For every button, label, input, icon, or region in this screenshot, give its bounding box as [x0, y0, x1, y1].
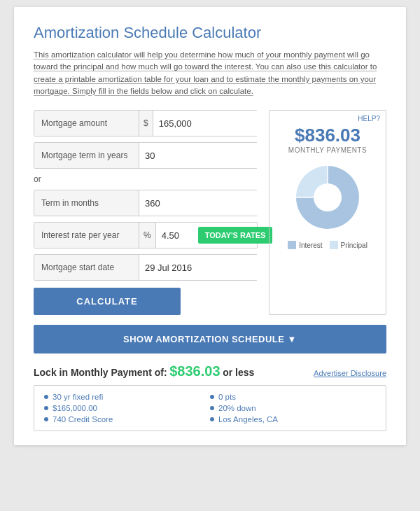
page-title: Amortization Schedule Calculator [34, 24, 386, 42]
bullet-6 [210, 417, 214, 421]
pie-chart-svg [293, 162, 363, 232]
loan-detail-amount: $165,000.00 [44, 404, 210, 412]
mortgage-amount-row: Mortgage amount $ [34, 110, 258, 136]
interest-rate-symbol: % [139, 223, 156, 248]
start-date-row: Mortgage start date [34, 254, 258, 281]
interest-label: Interest [299, 241, 322, 249]
show-schedule-button[interactable]: SHOW AMORTIZATION SCHEDULE ▼ [34, 325, 386, 354]
loan-detail-down: 20% down [210, 404, 376, 412]
interest-rate-input[interactable] [156, 223, 198, 248]
mortgage-amount-input[interactable] [153, 111, 282, 136]
start-date-label: Mortgage start date [34, 255, 139, 280]
chart-legend: Interest Principal [288, 241, 368, 249]
loan-details-col1: 30 yr fixed refi $165,000.00 740 Credit … [44, 393, 210, 424]
bullet-5 [210, 406, 214, 410]
loan-detail-location: Los Angeles, CA [210, 415, 376, 424]
principal-legend: Principal [330, 241, 368, 249]
lock-suffix: or less [223, 367, 254, 378]
lock-header: Lock in Monthly Payment of: $836.03 or l… [34, 363, 386, 379]
monthly-amount: $836.03 [295, 125, 360, 146]
lock-amount: $836.03 [169, 363, 220, 379]
or-text: or [34, 174, 258, 184]
advertiser-link[interactable]: Advertiser Disclosure [314, 369, 386, 377]
loan-details: 30 yr fixed refi $165,000.00 740 Credit … [34, 385, 386, 431]
loan-detail-refi: 30 yr fixed refi [44, 393, 210, 401]
principal-label: Principal [341, 241, 368, 249]
pie-chart [293, 162, 363, 232]
monthly-label: MONTHLY PAYMENTS [288, 146, 367, 154]
page-description: This amortization calculator will help y… [34, 49, 386, 97]
todays-rates-button[interactable]: TODAY'S RATES [198, 227, 273, 244]
loan-details-col2: 0 pts 20% down Los Angeles, CA [210, 393, 376, 424]
loan-detail-credit: 740 Credit Score [44, 415, 210, 424]
term-months-row: Term in months [34, 190, 258, 216]
interest-rate-row: Interest rate per year % TODAY'S RATES [34, 222, 258, 248]
mortgage-term-input[interactable] [139, 143, 268, 168]
interest-dot [288, 241, 296, 249]
lock-title: Lock in Monthly Payment of: [34, 367, 167, 378]
principal-dot [330, 241, 338, 249]
main-area: Mortgage amount $ Mortgage term in years… [34, 110, 386, 315]
interest-legend: Interest [288, 241, 322, 249]
mortgage-term-label: Mortgage term in years [34, 143, 139, 168]
term-months-input[interactable] [139, 190, 268, 216]
bullet-2 [44, 406, 48, 410]
calculate-button[interactable]: CALCULATE [34, 288, 181, 315]
mortgage-amount-label: Mortgage amount [34, 111, 139, 136]
mortgage-amount-symbol: $ [139, 111, 153, 136]
calculator-card: Amortization Schedule Calculator This am… [14, 7, 406, 445]
interest-rate-label: Interest rate per year [34, 223, 139, 248]
bullet-1 [44, 395, 48, 399]
help-link[interactable]: HELP? [358, 115, 380, 122]
term-months-label: Term in months [34, 190, 139, 216]
mortgage-term-row: Mortgage term in years [34, 142, 258, 169]
loan-details-row: 30 yr fixed refi $165,000.00 740 Credit … [44, 393, 376, 424]
result-panel: HELP? $836.03 MONTHLY PAYMENTS [269, 110, 386, 315]
form-section: Mortgage amount $ Mortgage term in years… [34, 110, 258, 315]
bullet-3 [44, 417, 48, 421]
start-date-input[interactable] [139, 255, 268, 280]
loan-detail-pts: 0 pts [210, 393, 376, 401]
lock-section: Lock in Monthly Payment of: $836.03 or l… [34, 363, 386, 431]
bullet-4 [210, 395, 214, 399]
lock-title-area: Lock in Monthly Payment of: $836.03 or l… [34, 363, 254, 379]
